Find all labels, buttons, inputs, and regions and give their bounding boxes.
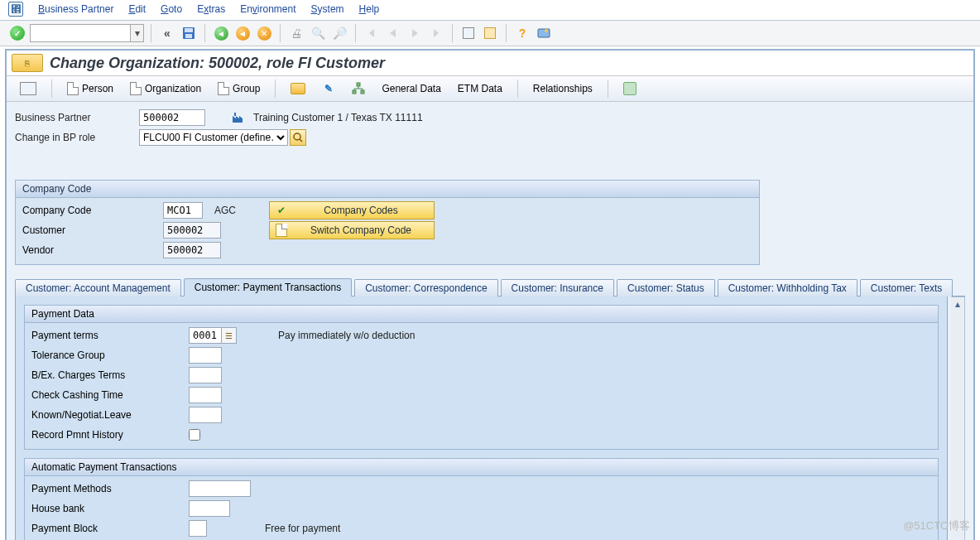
role-help-button[interactable] bbox=[290, 129, 306, 146]
svg-rect-8 bbox=[234, 113, 236, 116]
etm-data-label: ETM Data bbox=[458, 83, 502, 94]
customize-icon[interactable] bbox=[535, 24, 553, 42]
payment-terms-f4-icon[interactable]: ☰ bbox=[222, 327, 237, 344]
payment-methods-label: Payment Methods bbox=[31, 483, 189, 494]
tab-withholding-tax[interactable]: Customer: Withholding Tax bbox=[718, 279, 858, 297]
tab-account-management[interactable]: Customer: Account Management bbox=[15, 279, 181, 297]
locate-button[interactable] bbox=[15, 80, 41, 97]
find-icon: 🔍 bbox=[309, 24, 327, 42]
payment-block-label: Payment Block bbox=[31, 523, 189, 534]
payment-methods-input[interactable] bbox=[189, 480, 251, 497]
nav-back-icon[interactable]: ◄ bbox=[212, 24, 230, 42]
command-dropdown-icon[interactable]: ▾ bbox=[130, 25, 143, 41]
tab-scrollbar[interactable]: ▴ ▾ bbox=[951, 297, 965, 540]
cc-label: Company Code bbox=[22, 205, 163, 216]
new-session-icon[interactable] bbox=[459, 24, 478, 42]
relationships-button[interactable]: Relationships bbox=[528, 81, 598, 96]
menu-bp[interactable]: Business Partner bbox=[38, 3, 113, 15]
payment-block-input[interactable] bbox=[189, 520, 207, 537]
payment-data-title: Payment Data bbox=[25, 306, 938, 323]
tolerance-group-input[interactable] bbox=[189, 347, 222, 364]
bp-input[interactable] bbox=[139, 109, 205, 126]
svg-point-9 bbox=[294, 133, 300, 140]
check-cashing-input[interactable] bbox=[189, 387, 222, 403]
document-icon bbox=[275, 224, 288, 237]
tab-correspondence[interactable]: Customer: Correspondence bbox=[354, 279, 497, 297]
menu-system[interactable]: System bbox=[311, 3, 344, 15]
svg-rect-7 bbox=[361, 90, 364, 94]
house-bank-label: House bank bbox=[31, 503, 189, 514]
group-label: Group bbox=[233, 83, 260, 94]
customer-label: Customer bbox=[22, 224, 163, 236]
bp-label: Business Partner bbox=[15, 112, 139, 123]
shortcut-icon[interactable] bbox=[481, 24, 499, 42]
bex-charges-input[interactable] bbox=[189, 367, 222, 383]
companycode-panel-title: Company Code bbox=[16, 181, 759, 198]
tab-insurance[interactable]: Customer: Insurance bbox=[501, 279, 614, 297]
open-button[interactable] bbox=[286, 81, 310, 96]
save-icon[interactable] bbox=[180, 24, 198, 42]
role-select[interactable]: FLCU00 FI Customer (define… bbox=[139, 129, 288, 146]
person-button[interactable]: Person bbox=[62, 80, 118, 97]
svg-rect-1 bbox=[185, 28, 193, 32]
menu-edit[interactable]: Edit bbox=[128, 3, 146, 15]
document-icon bbox=[218, 82, 229, 95]
auto-pay-title: Automatic Payment Transactions bbox=[25, 459, 938, 476]
known-negotiat-label: Known/Negotiat.Leave bbox=[31, 409, 189, 421]
svg-rect-5 bbox=[357, 83, 360, 86]
wand-button[interactable]: ✎ bbox=[317, 80, 340, 97]
menu-help[interactable]: Help bbox=[359, 3, 380, 15]
user-icon bbox=[623, 82, 637, 95]
company-codes-label: Company Codes bbox=[293, 205, 429, 216]
check-icon: ✔ bbox=[275, 204, 288, 217]
prev-page-icon bbox=[384, 24, 402, 42]
document-icon bbox=[67, 82, 79, 95]
check-cashing-label: Check Cashing Time bbox=[31, 389, 189, 401]
command-input[interactable] bbox=[31, 25, 130, 41]
wand-icon: ✎ bbox=[322, 82, 335, 95]
last-page-icon bbox=[427, 24, 445, 42]
customer-input bbox=[163, 222, 221, 239]
switch-company-code-button[interactable]: Switch Company Code bbox=[269, 221, 435, 239]
vendor-input bbox=[163, 242, 221, 258]
folder-icon bbox=[291, 83, 305, 94]
print-icon: 🖨 bbox=[287, 24, 305, 42]
find-next-icon: 🔎 bbox=[330, 24, 348, 42]
scroll-up-icon[interactable]: ▴ bbox=[952, 297, 964, 310]
svg-point-4 bbox=[545, 29, 548, 32]
command-field[interactable]: ▾ bbox=[30, 24, 144, 42]
etm-data-button[interactable]: ETM Data bbox=[453, 81, 507, 96]
general-data-button[interactable]: General Data bbox=[377, 81, 445, 96]
payment-terms-input[interactable] bbox=[189, 327, 222, 344]
menu-extras[interactable]: Extras bbox=[197, 3, 225, 15]
menu-env[interactable]: Environment bbox=[240, 3, 295, 15]
house-bank-input[interactable] bbox=[189, 500, 230, 517]
enter-icon[interactable]: ✓ bbox=[8, 24, 26, 42]
cc-desc: AGC bbox=[214, 205, 236, 216]
tab-payment-transactions[interactable]: Customer: Payment Transactions bbox=[184, 278, 352, 297]
record-pmnt-history-checkbox[interactable] bbox=[189, 429, 200, 441]
user-button[interactable] bbox=[618, 80, 641, 97]
tab-texts[interactable]: Customer: Texts bbox=[860, 279, 953, 297]
switch-cc-label: Switch Company Code bbox=[293, 224, 429, 236]
known-negotiat-input[interactable] bbox=[189, 407, 222, 423]
app-icon[interactable]: ⵮ bbox=[8, 2, 23, 17]
help-icon[interactable]: ? bbox=[513, 24, 531, 42]
vendor-label: Vendor bbox=[22, 244, 163, 256]
cc-input[interactable] bbox=[163, 202, 203, 219]
tolerance-group-label: Tolerance Group bbox=[31, 350, 189, 361]
organization-button[interactable]: Organization bbox=[125, 80, 206, 97]
tree-button[interactable] bbox=[347, 80, 370, 97]
hierarchy-icon bbox=[352, 82, 365, 95]
nav-exit-icon[interactable]: ◄ bbox=[233, 24, 252, 42]
menu-goto[interactable]: Goto bbox=[161, 3, 182, 15]
back-icon[interactable]: « bbox=[158, 24, 176, 42]
organization-label: Organization bbox=[145, 83, 201, 94]
nav-cancel-icon[interactable]: ✕ bbox=[255, 24, 273, 42]
tab-status[interactable]: Customer: Status bbox=[617, 279, 715, 297]
title-icon: ⎘ bbox=[12, 54, 43, 72]
company-codes-button[interactable]: ✔ Company Codes bbox=[269, 201, 435, 219]
bex-charges-label: B/Ex. Charges Terms bbox=[31, 369, 189, 381]
group-button[interactable]: Group bbox=[213, 80, 265, 97]
general-data-label: General Data bbox=[382, 83, 440, 94]
